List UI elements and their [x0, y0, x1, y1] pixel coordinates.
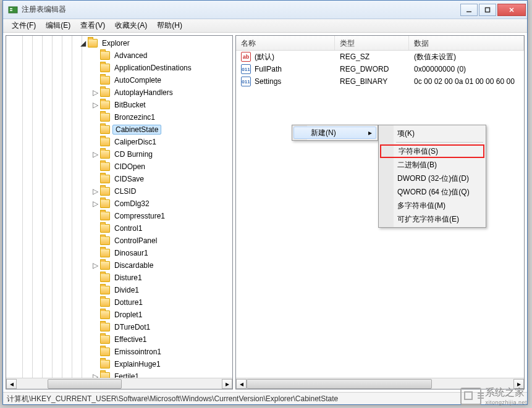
- context-menu-item-new[interactable]: 新建(N) ▸: [293, 127, 376, 139]
- context-menu-item[interactable]: 字符串值(S): [380, 144, 484, 158]
- tree-item-label: DTureDot1: [112, 323, 152, 331]
- scroll-thumb[interactable]: [247, 379, 432, 389]
- context-menu-item[interactable]: 项(K): [380, 127, 484, 140]
- value-name: (默认): [255, 52, 274, 62]
- tree-item[interactable]: DTureDot1: [6, 321, 232, 333]
- titlebar[interactable]: 注册表编辑器: [3, 1, 527, 19]
- scroll-left-icon[interactable]: ◂: [236, 379, 247, 389]
- tree-item[interactable]: ▷Discardable: [6, 259, 232, 272]
- tree-item[interactable]: ▷Fertile1: [6, 370, 232, 378]
- tree-item[interactable]: Disture1: [6, 272, 232, 284]
- expander-icon[interactable]: ▷: [91, 199, 99, 208]
- tree-item[interactable]: CIDSave: [6, 173, 232, 185]
- folder-icon: [100, 162, 110, 171]
- tree-item[interactable]: ▷ComDlg32: [6, 198, 232, 210]
- menu-favorites[interactable]: 收藏夹(A): [110, 19, 152, 32]
- scroll-track[interactable]: [17, 379, 222, 389]
- menu-view[interactable]: 查看(V): [75, 19, 110, 32]
- context-menu-new-sub[interactable]: 项(K)字符串值(S)二进制值(B)DWORD (32-位)值(D)QWORD …: [378, 125, 486, 228]
- expander-icon[interactable]: ▷: [91, 88, 99, 97]
- tree-item[interactable]: Bronzezinc1: [6, 111, 232, 123]
- close-button[interactable]: [497, 4, 526, 16]
- tree-item[interactable]: ApplicationDestinations: [6, 62, 232, 74]
- tree-item-label: Advanced: [112, 51, 149, 60]
- folder-icon: [100, 199, 110, 208]
- tree-item[interactable]: Divide1: [6, 284, 232, 296]
- tree-item[interactable]: Effective1: [6, 333, 232, 346]
- svg-rect-2: [10, 10, 12, 11]
- tree-item[interactable]: Control1: [6, 222, 232, 235]
- menu-file[interactable]: 文件(F): [7, 19, 41, 32]
- context-menu-item[interactable]: QWORD (64 位)值(Q): [380, 185, 484, 199]
- tree-item-label: Droplet1: [112, 310, 144, 319]
- folder-icon: [100, 286, 110, 294]
- tree-item[interactable]: Emissointron1: [6, 346, 232, 358]
- statusbar: 计算机\HKEY_CURRENT_USER\Software\Microsoft…: [3, 392, 527, 404]
- context-menu-item[interactable]: 可扩充字符串值(E): [380, 212, 484, 226]
- tree-item-label: Emissointron1: [112, 348, 163, 356]
- value-icon: 011: [241, 64, 251, 74]
- expander-icon[interactable]: ◢: [79, 39, 87, 48]
- folder-icon: [100, 88, 110, 97]
- tree-item[interactable]: CaliperDisc1: [6, 136, 232, 148]
- list-row[interactable]: 011SettingsREG_BINARY0c 00 02 00 0a 01 0…: [236, 75, 524, 88]
- tree-item[interactable]: ExplainHuge1: [6, 358, 232, 370]
- value-type: REG_BINARY: [335, 77, 409, 86]
- maximize-button[interactable]: [479, 4, 496, 16]
- tree-item[interactable]: CabinetState: [6, 123, 232, 136]
- tree-item-label: Effective1: [112, 335, 148, 344]
- list-row[interactable]: 011FullPathREG_DWORD0x00000000 (0): [236, 63, 524, 75]
- col-data[interactable]: 数据: [409, 36, 524, 50]
- folder-icon: [100, 150, 110, 159]
- tree-item-label: Dotture1: [112, 298, 145, 307]
- col-name[interactable]: 名称: [236, 36, 335, 50]
- context-menu-item-label: 可扩充字符串值(E): [397, 214, 459, 225]
- tree-item[interactable]: ▷CLSID: [6, 185, 232, 198]
- minimize-button[interactable]: [460, 4, 478, 16]
- expander-icon[interactable]: ▷: [91, 150, 99, 159]
- scroll-right-icon[interactable]: ▸: [222, 379, 232, 389]
- values-hscrollbar[interactable]: ◂ ▸: [236, 378, 524, 389]
- tree-item-label: Compressture1: [112, 212, 167, 220]
- tree-item[interactable]: ▷AutoplayHandlers: [6, 86, 232, 99]
- tree-item[interactable]: ControlPanel: [6, 235, 232, 247]
- expander-icon[interactable]: ▷: [91, 372, 99, 378]
- scroll-track[interactable]: [247, 379, 513, 389]
- scroll-thumb[interactable]: [48, 379, 122, 389]
- context-menu-item[interactable]: 二进制值(B): [380, 158, 484, 172]
- expander-icon[interactable]: ▷: [91, 261, 99, 270]
- list-header: 名称 类型 数据: [236, 36, 524, 51]
- folder-icon: [100, 249, 110, 257]
- folder-icon: [100, 335, 110, 344]
- registry-tree[interactable]: ◢ExplorerAdvancedApplicationDestinations…: [6, 36, 232, 378]
- tree-item[interactable]: ▷BitBucket: [6, 99, 232, 111]
- tree-item[interactable]: Dotture1: [6, 296, 232, 309]
- statusbar-path: 计算机\HKEY_CURRENT_USER\Software\Microsoft…: [7, 394, 338, 403]
- col-type[interactable]: 类型: [335, 36, 409, 50]
- folder-icon: [100, 212, 110, 220]
- tree-item[interactable]: Advanced: [6, 49, 232, 62]
- scroll-left-icon[interactable]: ◂: [6, 379, 17, 389]
- list-row[interactable]: ab(默认)REG_SZ(数值未设置): [236, 51, 524, 63]
- tree-item[interactable]: Compressture1: [6, 210, 232, 222]
- tree-item-parent[interactable]: ◢Explorer: [6, 37, 232, 49]
- tree-item-label: Explorer: [100, 39, 132, 48]
- tree-item-label: CabinetState: [112, 125, 161, 135]
- scroll-right-icon[interactable]: ▸: [513, 379, 524, 389]
- tree-item-label: AutoComplete: [112, 76, 163, 85]
- tree-item[interactable]: Dinosaur1: [6, 247, 232, 259]
- context-menu-new[interactable]: 新建(N) ▸: [292, 125, 378, 141]
- tree-hscrollbar[interactable]: ◂ ▸: [6, 378, 232, 389]
- expander-icon[interactable]: ▷: [91, 187, 99, 196]
- expander-icon[interactable]: ▷: [91, 101, 99, 109]
- context-menu-item[interactable]: 多字符串值(M): [380, 199, 484, 212]
- tree-item[interactable]: Droplet1: [6, 309, 232, 321]
- tree-item[interactable]: ▷CD Burning: [6, 148, 232, 160]
- menu-help[interactable]: 帮助(H): [152, 19, 187, 32]
- tree-item-label: CLSID: [112, 187, 138, 196]
- context-menu-item[interactable]: DWORD (32-位)值(D): [380, 172, 484, 185]
- menu-edit[interactable]: 编辑(E): [41, 19, 75, 32]
- context-menu-item-label: 新建(N): [311, 128, 336, 138]
- tree-item[interactable]: AutoComplete: [6, 74, 232, 86]
- tree-item[interactable]: CIDOpen: [6, 160, 232, 173]
